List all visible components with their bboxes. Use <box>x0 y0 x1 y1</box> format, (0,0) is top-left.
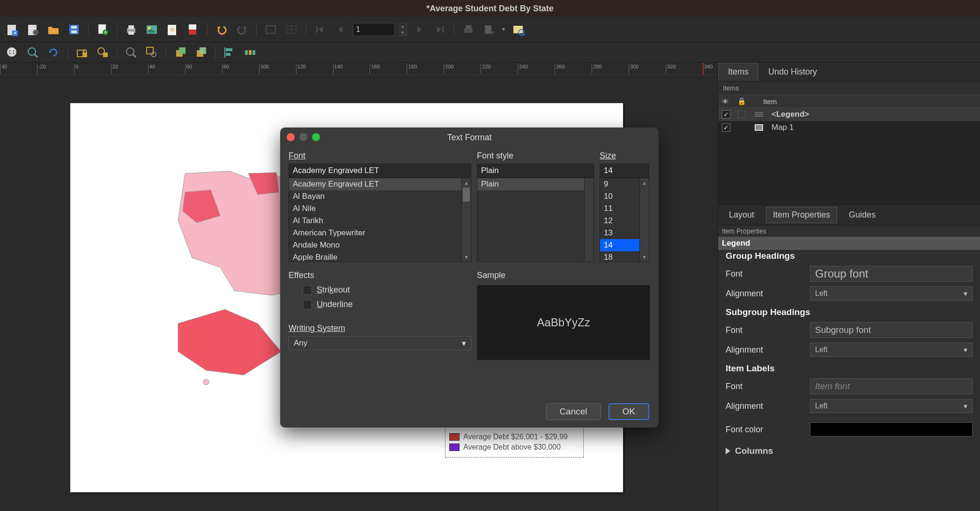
unlock-items-icon[interactable] <box>94 44 111 61</box>
export-atlas-icon[interactable] <box>481 21 497 38</box>
svg-rect-46 <box>179 47 186 54</box>
export-svg-icon[interactable]: ✳ <box>164 21 181 38</box>
align-left-icon[interactable] <box>221 44 238 61</box>
strikeout-checkbox-row[interactable]: Strikeout <box>303 285 471 295</box>
export-image-icon[interactable] <box>143 21 160 38</box>
font-label: Font <box>726 325 810 335</box>
zoom-selection-icon[interactable] <box>143 44 160 61</box>
group-alignment-select[interactable]: Left▾ <box>810 286 973 301</box>
layout-settings-icon[interactable] <box>24 21 41 38</box>
save-icon[interactable] <box>66 21 82 38</box>
ruler-tick: 200 <box>444 64 453 74</box>
minimize-icon[interactable] <box>299 133 307 141</box>
subgroup-font-button[interactable]: Subgroup font <box>810 322 973 338</box>
list-item[interactable]: American Typewriter <box>289 227 471 239</box>
zoom-fit-icon[interactable] <box>24 44 41 61</box>
underline-checkbox[interactable] <box>303 300 312 309</box>
first-page-icon[interactable] <box>312 21 328 38</box>
dialog-title: Text Format <box>447 133 491 143</box>
items-header: 👁 🔒 Item <box>718 95 980 108</box>
size-input[interactable]: 14 <box>600 164 649 178</box>
undo-icon[interactable] <box>213 21 230 38</box>
item-font-button[interactable]: Item font <box>810 378 973 394</box>
redo-icon[interactable] <box>234 21 251 38</box>
cancel-button[interactable]: Cancel <box>546 403 601 420</box>
distribute-icon[interactable] <box>242 44 259 61</box>
list-item[interactable]: Andale Mono <box>289 239 471 251</box>
refresh-icon[interactable] <box>45 44 62 61</box>
layout-bounds-icon[interactable] <box>262 21 279 38</box>
new-layout-icon[interactable]: ✳ <box>4 21 21 38</box>
item-alignment-select[interactable]: Left▾ <box>810 399 973 413</box>
tab-item-properties[interactable]: Item Properties <box>766 207 837 223</box>
ruler-tick: 80 <box>222 64 229 74</box>
close-icon[interactable] <box>287 133 295 141</box>
ok-button[interactable]: OK <box>609 403 649 420</box>
legend-text: Average Debt $26,001 - $29,99 <box>463 433 568 441</box>
size-list[interactable]: 910111213141824▲▼ <box>600 178 649 262</box>
item-row-map[interactable]: Map 1 <box>718 121 980 134</box>
new-page-icon[interactable]: + <box>94 21 111 38</box>
svg-rect-20 <box>189 30 196 35</box>
horizontal-ruler: 40-2002040608010012014016018020022024026… <box>0 63 718 75</box>
columns-expander[interactable]: Columns <box>726 446 973 456</box>
ruler-cursor <box>703 63 704 75</box>
scrollbar[interactable]: ▲▼ <box>639 178 649 262</box>
font-color-swatch[interactable] <box>810 422 973 436</box>
raise-icon[interactable] <box>193 44 209 61</box>
underline-label: Underline <box>317 300 353 309</box>
svg-text:+: + <box>104 29 107 36</box>
legend-item-on-page[interactable]: Average Debt $26,001 - $29,99 Average De… <box>445 427 584 458</box>
maximize-icon[interactable] <box>312 133 320 141</box>
scrollbar[interactable]: ▲▼ <box>461 178 471 262</box>
font-list[interactable]: Academy Engraved LETAl BayanAl NileAl Ta… <box>289 178 471 262</box>
open-folder-icon[interactable] <box>45 21 62 38</box>
zoom-actual-icon[interactable]: 1:1 <box>4 44 21 61</box>
underline-checkbox-row[interactable]: Underline <box>303 300 471 309</box>
page-number-input[interactable]: 1 <box>353 23 395 36</box>
group-font-button[interactable]: Group font <box>810 266 973 282</box>
lock-items-icon[interactable] <box>74 44 90 61</box>
main-toolbar: ✳ + ✳ 1 ▲▼ ▼ <box>0 17 980 42</box>
svg-rect-50 <box>226 48 232 51</box>
list-item[interactable]: Al Nile <box>289 203 471 215</box>
list-item[interactable]: Plain <box>477 178 594 190</box>
print-icon[interactable] <box>123 21 140 38</box>
svg-text:1:1: 1:1 <box>8 50 15 55</box>
last-page-icon[interactable] <box>431 21 448 38</box>
tab-guides[interactable]: Guides <box>842 207 883 223</box>
raise-top-icon[interactable] <box>172 44 189 61</box>
visibility-checkbox[interactable] <box>722 110 730 119</box>
writing-system-select[interactable]: Any▾ <box>289 336 471 350</box>
font-style-input[interactable]: Plain <box>477 164 594 178</box>
window-title: *Average Student Debt By State <box>426 4 553 14</box>
sample-preview: AaBbYyZz <box>477 285 650 360</box>
tab-items[interactable]: Items <box>718 63 758 81</box>
item-row-legend[interactable]: <Legend> <box>718 108 980 121</box>
scrollbar[interactable] <box>584 178 594 262</box>
prev-page-icon[interactable] <box>332 21 349 38</box>
print-atlas-icon[interactable] <box>460 21 477 38</box>
item-name: <Legend> <box>772 110 809 119</box>
subgroup-alignment-select[interactable]: Left▾ <box>810 343 973 357</box>
visibility-checkbox[interactable] <box>722 123 730 132</box>
atlas-settings-icon[interactable] <box>510 21 527 38</box>
ruler-tick: 260 <box>555 64 564 74</box>
font-name-input[interactable]: Academy Engraved LET <box>289 164 471 178</box>
list-item[interactable]: Al Bayan <box>289 190 471 203</box>
list-item[interactable]: Al Tarikh <box>289 215 471 227</box>
font-style-list[interactable]: Plain <box>477 178 594 262</box>
zoom-full-icon[interactable] <box>123 44 140 61</box>
tab-layout[interactable]: Layout <box>722 207 761 223</box>
export-pdf-icon[interactable] <box>185 21 201 38</box>
next-page-icon[interactable] <box>411 21 428 38</box>
strikeout-checkbox[interactable] <box>303 286 312 295</box>
list-item[interactable]: Academy Engraved LET <box>289 178 471 190</box>
svg-text:✳: ✳ <box>13 30 17 36</box>
svg-rect-40 <box>103 53 108 57</box>
page-number-spinners[interactable]: ▲▼ <box>399 23 407 36</box>
grid-icon[interactable] <box>283 21 300 38</box>
font-style-label: Font style <box>477 151 594 161</box>
tab-undo-history[interactable]: Undo History <box>758 63 827 81</box>
list-item[interactable]: Apple Braille <box>289 251 471 262</box>
